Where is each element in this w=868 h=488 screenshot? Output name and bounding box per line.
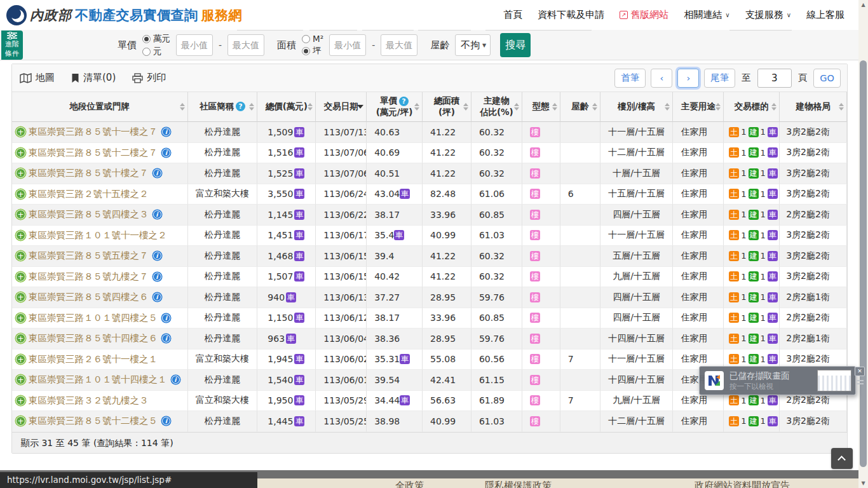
column-header-0[interactable]: 地段位置或門牌 [12,92,188,122]
saved-list-button[interactable]: 清單(0) [71,72,116,84]
table-row[interactable]: +東區崇賢三路８５號十二樓之５i松丹達麗1,445車113/05/2538.98… [12,411,847,432]
address-link[interactable]: 東區崇賢三路８５號四樓之６ [29,291,149,303]
address-link[interactable]: 東區崇賢三路３２號九樓之３ [29,395,149,407]
screenshot-saved-toast[interactable]: 已儲存擷取畫面 按一下以檢視 [699,366,856,395]
toast-close-button[interactable]: ✕ [855,367,865,376]
column-header-4[interactable]: 單價?(萬元/坪) [367,92,423,122]
unit-price-max-input[interactable] [227,34,264,56]
table-row[interactable]: +東區崇賢三路８５號十二樓之７i松丹達麗1,516車113/07/0640.69… [12,143,847,164]
info-icon[interactable]: i [162,128,170,136]
go-button[interactable]: GO [813,69,841,88]
table-row[interactable]: +東區崇賢三路８５號四樓之６i松丹達麗940車113/06/1337.2728.… [12,287,847,308]
site-logo[interactable]: 內政部 不動產交易實價查詢 服務網 [6,5,242,25]
expand-icon[interactable]: + [16,168,25,178]
table-row[interactable]: +東區崇賢三路８５號十一樓之７i松丹達麗1,509車113/07/1340.63… [12,122,847,143]
column-header-9[interactable]: 樓別/樓高 [600,92,674,122]
address-link[interactable]: 東區崇賢三路８５號五樓之７ [29,250,149,262]
sort-icon[interactable] [715,103,721,111]
column-header-3[interactable]: 交易日期 [316,92,367,122]
address-link[interactable]: 東區崇賢三路１０１號四樓之５ [29,312,158,324]
info-icon[interactable]: i [162,334,170,342]
info-icon[interactable]: i [172,376,180,384]
footer-link-policy[interactable]: 全政策 [395,480,424,488]
column-header-8[interactable]: 屋齡 [560,92,600,122]
info-icon[interactable]: i [162,314,170,322]
sort-icon[interactable] [357,105,363,109]
address-link[interactable]: 東區崇賢三路８５號四樓之３ [29,208,149,220]
sort-icon[interactable] [414,103,419,111]
area-max-input[interactable] [381,34,417,56]
expand-icon[interactable]: + [16,251,25,261]
expand-icon[interactable]: + [16,416,25,426]
table-row[interactable]: +東區崇賢三路２號十五樓之２富立和築大樓3,550車113/06/2443.04… [12,184,847,205]
sort-icon[interactable] [771,103,776,111]
info-icon[interactable]: i [162,149,170,157]
footer-link-open-data[interactable]: 政府網站資料開放宣告 [695,480,790,488]
address-link[interactable]: 東區崇賢三路１０１號十四樓之１ [29,374,167,386]
expand-icon[interactable]: + [16,334,25,343]
address-link[interactable]: 東區崇賢三路８５號十樓之７ [29,167,149,179]
print-button[interactable]: 列印 [132,72,166,84]
address-link[interactable]: 東區崇賢三路２號十五樓之２ [29,188,149,200]
radio-yuan[interactable]: 元 [142,46,170,57]
expand-icon[interactable]: + [16,313,25,323]
address-link[interactable]: 東區崇賢三路８５號十二樓之５ [29,415,158,427]
pagination-prev-button[interactable]: ‹ [651,69,672,88]
sort-icon[interactable] [308,103,313,111]
nav-item-3[interactable]: 相關連結∨ [684,9,729,21]
table-row[interactable]: +東區崇賢三路１０１號四樓之５i松丹達麗1,150車113/06/1238.17… [12,308,847,329]
info-icon[interactable]: i [153,293,161,301]
sort-icon[interactable] [180,103,185,111]
info-icon[interactable]: i [153,210,161,219]
table-row[interactable]: +東區崇賢三路８５號十四樓之６i松丹達麗963車113/06/0438.3628… [12,329,847,349]
table-row[interactable]: +東區崇賢三路８５號五樓之７i松丹達麗1,468車113/06/1539.441… [12,246,847,267]
expand-icon[interactable]: + [16,396,25,405]
sort-icon[interactable] [249,103,254,111]
nav-item-5[interactable]: 線上客服 [806,9,844,21]
expand-icon[interactable]: + [16,210,25,219]
nav-item-1[interactable]: 資料下載及申請 [538,9,604,21]
nav-item-4[interactable]: 支援服務∨ [745,9,791,21]
address-link[interactable]: 東區崇賢三路１０１號十一樓之２ [29,229,167,241]
expand-icon[interactable]: + [16,189,25,199]
unit-price-min-input[interactable] [176,34,213,56]
radio-wan-yuan[interactable]: 萬元 [142,33,170,44]
expand-icon[interactable]: + [16,127,25,137]
info-icon[interactable]: i [162,417,170,425]
nav-item-2[interactable]: ↗舊版網站 [620,9,668,21]
sort-icon[interactable] [552,103,557,111]
scrollbar-down-arrow[interactable]: ▼ [858,478,868,488]
pagination-last-button[interactable]: 尾筆 [704,69,735,88]
expand-icon[interactable]: + [16,375,25,384]
pagination-next-button[interactable]: › [677,69,699,88]
column-header-12[interactable]: 建物格局 [780,92,847,122]
expand-icon[interactable]: + [16,231,25,240]
address-link[interactable]: 東區崇賢三路２６號十一樓之１ [29,353,158,365]
browser-scrollbar[interactable]: ▲ ▼ [858,0,868,488]
column-header-1[interactable]: 社區簡稱? [188,92,258,122]
scrollbar-up-arrow[interactable]: ▲ [858,0,868,10]
area-min-input[interactable] [329,34,366,56]
search-button[interactable]: 搜尋 [500,33,531,57]
expand-icon[interactable]: + [16,355,25,364]
column-header-7[interactable]: 型態 [522,92,560,122]
expand-icon[interactable]: + [16,272,25,281]
sort-icon[interactable] [592,103,597,111]
expand-icon[interactable]: + [16,292,25,302]
advanced-filters-button[interactable]: 進階 條件 [1,30,23,60]
address-link[interactable]: 東區崇賢三路８５號九樓之７ [29,271,149,283]
radio-ping[interactable]: 坪 [302,45,323,57]
column-header-2[interactable]: 總價(萬元) [257,92,316,122]
address-link[interactable]: 東區崇賢三路８５號十四樓之６ [29,332,158,344]
sort-icon[interactable] [665,103,670,111]
footer-link-privacy[interactable]: 隱私權保護政策 [485,480,552,488]
table-row[interactable]: +東區崇賢三路８５號四樓之３i松丹達麗1,145車113/06/2238.173… [12,205,847,226]
page-number-input[interactable] [757,69,792,88]
map-view-button[interactable]: 地圖 [20,72,55,84]
table-row[interactable]: +東區崇賢三路８５號十樓之７i松丹達麗1,525車113/07/0640.514… [12,163,847,184]
expand-icon[interactable]: + [16,148,25,158]
table-row[interactable]: +東區崇賢三路１０１號十一樓之２松丹達麗1,451車113/06/1735.4車… [12,226,847,247]
info-icon[interactable]: i [153,273,161,281]
address-link[interactable]: 東區崇賢三路８５號十一樓之７ [29,126,158,138]
column-header-6[interactable]: 主建物佔比(%) [471,92,522,122]
